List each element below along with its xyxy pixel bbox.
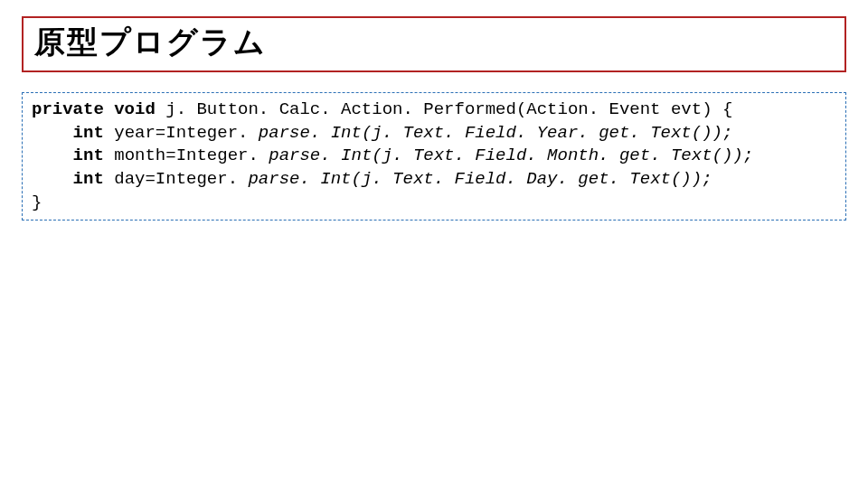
code-block: private void j. Button. Calc. Action. Pe… bbox=[22, 92, 846, 221]
slide: 原型プログラム private void j. Button. Calc. Ac… bbox=[0, 0, 868, 488]
keyword: int bbox=[73, 169, 104, 189]
slide-title: 原型プログラム bbox=[34, 22, 834, 63]
code-text: day=Integer. bbox=[104, 169, 238, 189]
keyword: private void bbox=[32, 99, 156, 119]
indent bbox=[32, 169, 73, 189]
code-text: j. Button. Calc. Action. Performed(Actio… bbox=[156, 99, 733, 119]
code-italic: parse. Int(j. Text. Field. Month. get. T… bbox=[259, 145, 753, 165]
indent bbox=[32, 145, 73, 165]
code-line-2: int year=Integer. parse. Int(j. Text. Fi… bbox=[32, 122, 836, 145]
code-italic: parse. Int(j. Text. Field. Year. get. Te… bbox=[248, 123, 732, 143]
code-italic: parse. Int(j. Text. Field. Day. get. Tex… bbox=[238, 169, 712, 189]
code-line-1: private void j. Button. Calc. Action. Pe… bbox=[32, 99, 836, 122]
code-text: month=Integer. bbox=[104, 145, 259, 165]
code-line-4: int day=Integer. parse. Int(j. Text. Fie… bbox=[32, 168, 836, 192]
indent bbox=[32, 123, 73, 143]
code-line-5: } bbox=[32, 192, 836, 215]
code-text: year=Integer. bbox=[104, 123, 249, 143]
code-line-3: int month=Integer. parse. Int(j. Text. F… bbox=[32, 145, 836, 168]
keyword: int bbox=[73, 145, 104, 165]
keyword: int bbox=[73, 123, 104, 143]
title-box: 原型プログラム bbox=[22, 16, 846, 72]
